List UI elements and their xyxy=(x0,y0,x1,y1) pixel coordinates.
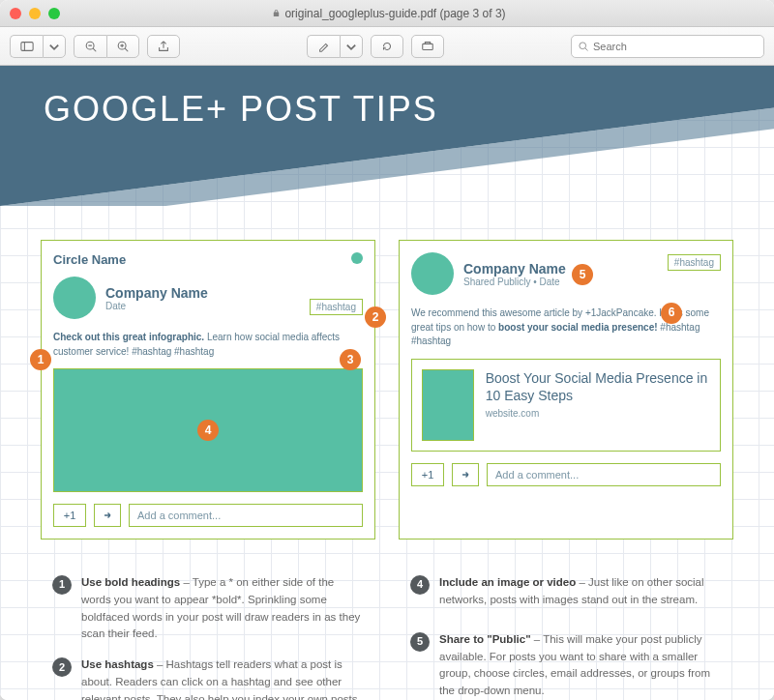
zoom-out-button[interactable] xyxy=(74,35,106,58)
comment-input[interactable]: Add a comment... xyxy=(129,504,363,527)
toolbar xyxy=(0,27,774,66)
callout-3: 3 xyxy=(340,349,361,370)
tip-number: 5 xyxy=(410,632,430,652)
maximize-icon[interactable] xyxy=(48,8,60,19)
share-arrow-button[interactable] xyxy=(452,463,479,486)
plus-one-button[interactable]: +1 xyxy=(53,504,86,527)
sidebar-toggle-button[interactable] xyxy=(10,35,43,58)
hashtag-pill: #hashtag xyxy=(310,299,363,315)
traffic-lights xyxy=(10,8,60,19)
arrow-right-icon xyxy=(460,469,471,481)
callout-1: 1 xyxy=(30,349,51,370)
arrow-right-icon xyxy=(102,510,113,521)
preview-window: original_googleplus-guide.pdf (page 3 of… xyxy=(0,0,774,700)
post-subtitle: Shared Publicly • Date xyxy=(463,277,566,287)
plus-one-button[interactable]: +1 xyxy=(411,463,444,486)
tip-number: 1 xyxy=(52,575,72,595)
tips-section: 1 Use bold headings – Type a * on either… xyxy=(0,574,774,700)
company-name: Company Name xyxy=(105,285,208,301)
search-input[interactable] xyxy=(593,41,758,52)
avatar-icon xyxy=(53,277,96,319)
highlight-button[interactable] xyxy=(307,35,340,58)
highlight-dropdown-button[interactable] xyxy=(340,35,363,58)
page-banner: Google+ Post Tips xyxy=(0,66,774,206)
post-image: 4 xyxy=(53,368,363,492)
lock-icon xyxy=(272,9,281,17)
search-field[interactable] xyxy=(571,35,764,58)
tip-item: 5 Share to "Public" – This will make you… xyxy=(410,631,722,700)
document-viewport[interactable]: Google+ Post Tips Circle Name 1 2 3 Comp… xyxy=(0,66,774,700)
svg-line-6 xyxy=(125,48,128,51)
link-thumb xyxy=(422,369,474,441)
avatar-icon xyxy=(411,252,454,295)
svg-rect-0 xyxy=(20,42,32,50)
share-arrow-button[interactable] xyxy=(94,504,121,527)
search-icon xyxy=(578,41,589,52)
svg-line-11 xyxy=(585,47,588,50)
rotate-button[interactable] xyxy=(371,35,403,58)
post-body: We recommend this awesome article by +1J… xyxy=(411,306,721,349)
tip-number: 2 xyxy=(52,657,72,677)
markup-button[interactable] xyxy=(411,35,444,58)
window-title-text: original_googleplus-guide.pdf (page 3 of… xyxy=(284,7,505,20)
post-card-right: Company Name Shared Publicly • Date 5 #h… xyxy=(399,240,733,540)
post-date: Date xyxy=(105,301,208,311)
svg-line-3 xyxy=(93,48,96,51)
callout-6: 6 xyxy=(661,303,682,324)
callout-4: 4 xyxy=(197,420,219,441)
titlebar: original_googleplus-guide.pdf (page 3 of… xyxy=(0,0,774,27)
tip-number: 4 xyxy=(410,575,430,595)
link-source: website.com xyxy=(486,408,710,419)
status-dot-icon xyxy=(351,252,363,264)
zoom-in-button[interactable] xyxy=(106,35,139,58)
company-name: Company Name xyxy=(463,261,566,277)
page-title: Google+ Post Tips xyxy=(44,89,438,130)
share-button[interactable] xyxy=(147,35,180,58)
tip-item: 1 Use bold headings – Type a * on either… xyxy=(52,574,364,643)
tip-item: 2 Use hashtags – Hashtags tell readers w… xyxy=(52,656,364,700)
window-title: original_googleplus-guide.pdf (page 3 of… xyxy=(60,7,718,20)
link-preview: Boost Your Social Media Presence in 10 E… xyxy=(411,359,721,452)
link-title: Boost Your Social Media Presence in 10 E… xyxy=(486,369,710,404)
circle-name: Circle Name xyxy=(53,252,363,267)
hashtag-pill: #hashtag xyxy=(668,254,721,271)
close-icon[interactable] xyxy=(10,8,21,19)
svg-rect-9 xyxy=(423,44,433,49)
tip-item: 4 Include an image or video – Just like … xyxy=(410,574,722,618)
svg-point-10 xyxy=(580,42,586,48)
callout-2: 2 xyxy=(365,306,386,328)
view-dropdown-button[interactable] xyxy=(43,35,66,58)
post-body: Check out this great infographic. Learn … xyxy=(53,331,363,359)
minimize-icon[interactable] xyxy=(29,8,41,19)
comment-input[interactable]: Add a comment... xyxy=(487,463,721,486)
callout-5: 5 xyxy=(572,264,593,285)
post-card-left: Circle Name 1 2 3 Company Name Date #has… xyxy=(41,240,375,540)
